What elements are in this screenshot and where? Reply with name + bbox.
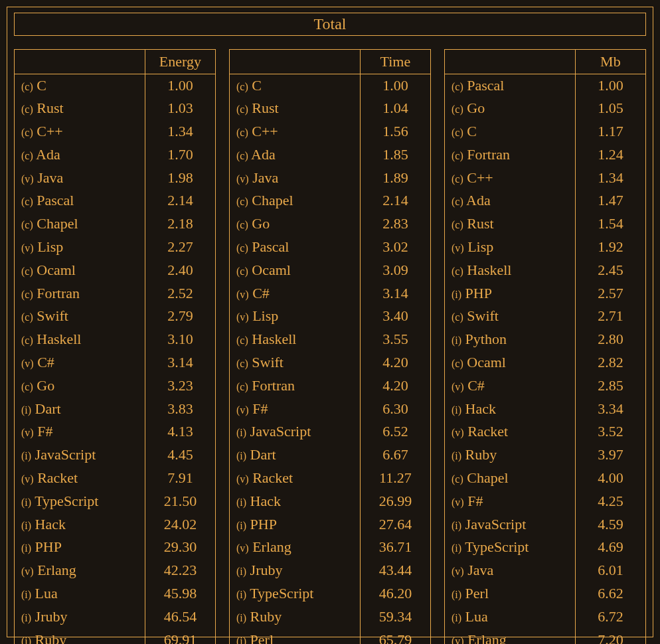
table-row: (v) Java1.98	[15, 167, 215, 190]
lang-name: JavaScript	[461, 516, 526, 532]
table-row: (i) Lua6.72	[445, 605, 645, 629]
value-cell: 1.05	[575, 97, 645, 120]
table-row: (c) Ada1.47	[445, 189, 645, 212]
page-title: Total	[14, 13, 646, 36]
table-row: (v) Racket3.52	[445, 420, 645, 443]
lang-prefix: (c)	[21, 311, 33, 323]
value-cell: 1.24	[575, 143, 645, 167]
lang-cell: (c) Rust	[230, 97, 360, 120]
table-row: (c) Rust1.04	[230, 97, 430, 120]
lang-name: Lisp	[34, 238, 64, 255]
lang-cell: (c) C++	[230, 120, 360, 143]
value-cell: 1.34	[145, 120, 215, 143]
lang-prefix: (v)	[21, 242, 34, 254]
lang-cell: (c) Chapel	[230, 189, 360, 212]
lang-cell: (v) Erlang	[15, 559, 145, 582]
value-cell: 2.27	[145, 236, 215, 259]
lang-cell: (c) C	[15, 74, 145, 97]
lang-prefix: (v)	[452, 566, 464, 577]
value-cell: 7.20	[575, 629, 645, 644]
table-row: (i) Dart6.67	[230, 443, 430, 467]
table-row: (i) Lua45.98	[15, 582, 215, 605]
lang-prefix: (c)	[452, 473, 463, 485]
table-row: (i) JavaScript4.45	[15, 443, 215, 467]
table-row: (v) F#4.13	[15, 420, 215, 443]
lang-name: C++	[248, 123, 278, 139]
table-row: (c) C++1.34	[445, 167, 645, 190]
metric-header-mb: Mb	[575, 50, 645, 74]
lang-prefix: (i)	[236, 497, 246, 508]
table-row: (c) Go1.05	[445, 97, 645, 120]
lang-cell: (c) Swift	[15, 305, 145, 328]
lang-prefix: (v)	[21, 173, 34, 185]
lang-cell: (i) Hack	[445, 398, 575, 421]
lang-cell: (i) JavaScript	[15, 443, 145, 467]
table-row: (c) Pascal3.02	[230, 236, 430, 259]
table-row: (i) Ruby59.34	[230, 605, 430, 629]
value-cell: 11.27	[360, 467, 430, 490]
lang-prefix: (v)	[236, 311, 249, 323]
lang-name: Rust	[463, 215, 494, 232]
lang-prefix: (i)	[452, 520, 461, 531]
mb-table-wrapper: Mb (c) Pascal1.00(c) Go1.05(c) C1.17(c) …	[444, 49, 646, 644]
lang-name: Haskell	[463, 262, 512, 278]
table-row: (i) Ruby3.97	[445, 443, 645, 467]
lang-cell: (c) Haskell	[230, 328, 360, 351]
lang-name: Java	[464, 562, 494, 578]
lang-name: C#	[34, 354, 54, 370]
lang-name: Rust	[33, 100, 64, 116]
table-row: (i) Hack3.34	[445, 398, 645, 421]
lang-cell: (c) C++	[15, 120, 145, 143]
lang-cell: (i) Perl	[230, 629, 360, 644]
value-cell: 1.89	[360, 167, 430, 190]
lang-cell: (i) Ruby	[15, 629, 145, 644]
lang-cell: (i) PHP	[230, 513, 360, 536]
table-row: (c) C1.00	[230, 74, 430, 97]
lang-name: Ada	[248, 146, 276, 163]
lang-cell: (c) C++	[445, 167, 575, 190]
value-cell: 3.14	[360, 282, 430, 305]
lang-name: F#	[34, 423, 53, 440]
lang-name: Racket	[249, 469, 293, 486]
lang-name: Swift	[33, 307, 68, 324]
table-row: (v) C#3.14	[15, 351, 215, 374]
lang-prefix: (c)	[236, 381, 248, 392]
value-cell: 3.52	[575, 420, 645, 443]
lang-cell: (v) C#	[15, 351, 145, 374]
lang-name: Go	[463, 100, 485, 116]
lang-prefix: (v)	[236, 542, 249, 554]
table-row: (v) Erlang42.23	[15, 559, 215, 582]
lang-prefix: (c)	[21, 81, 33, 92]
table-row: (v) Java6.01	[445, 559, 645, 582]
lang-cell: (v) Erlang	[230, 536, 360, 559]
lang-prefix: (c)	[452, 311, 463, 323]
lang-cell: (v) F#	[230, 398, 360, 421]
table-row: (i) Python2.80	[445, 328, 645, 351]
value-cell: 2.14	[145, 189, 215, 212]
lang-name: Chapel	[248, 192, 293, 208]
lang-prefix: (c)	[21, 150, 33, 161]
lang-name: PHP	[31, 538, 62, 555]
lang-name: Pascal	[33, 192, 74, 208]
lang-cell: (i) Jruby	[230, 559, 360, 582]
lang-name: Ruby	[31, 631, 66, 644]
lang-cell: (c) Ada	[445, 189, 575, 212]
lang-cell: (c) C	[230, 74, 360, 97]
lang-prefix: (c)	[236, 219, 248, 230]
lang-name: Jruby	[246, 562, 282, 578]
lang-prefix: (c)	[21, 127, 33, 138]
value-cell: 65.79	[360, 629, 430, 644]
lang-name: Lua	[461, 608, 488, 625]
value-cell: 21.50	[145, 490, 215, 513]
lang-cell: (i) TypeScript	[230, 582, 360, 605]
lang-name: Fortran	[33, 285, 80, 301]
value-cell: 3.23	[145, 374, 215, 398]
lang-cell: (i) PHP	[15, 536, 145, 559]
table-row: (v) Lisp1.92	[445, 236, 645, 259]
lang-name: Lua	[31, 585, 58, 602]
value-cell: 1.47	[575, 189, 645, 212]
value-cell: 24.02	[145, 513, 215, 536]
value-cell: 1.00	[575, 74, 645, 97]
value-cell: 26.99	[360, 490, 430, 513]
lang-prefix: (i)	[236, 612, 246, 623]
